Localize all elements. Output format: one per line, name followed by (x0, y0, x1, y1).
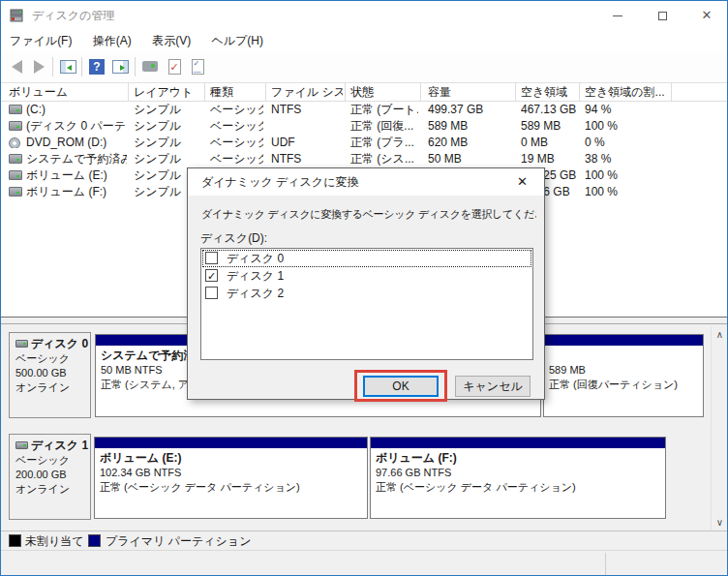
status-bar (1, 550, 727, 575)
convert-to-dynamic-disk-dialog: ダイナミック ディスクに変換 ✕ ダイナミック ディスクに変換するベーシック デ… (187, 167, 545, 400)
disk1-partition-e[interactable]: ボリューム (E:) 102.34 GB NTFS 正常 (ベーシック データ … (94, 437, 368, 519)
dialog-title-bar: ダイナミック ディスクに変換 ✕ (188, 168, 544, 196)
back-button[interactable] (6, 57, 27, 77)
properties-icon (142, 61, 158, 72)
menu-file[interactable]: ファイル(F) (1, 30, 80, 51)
minimize-button[interactable] (595, 1, 640, 30)
volume-row-disk0-partition[interactable]: (ディスク 0 パーティシ...シンプルベーシック正常 (回復...589 MB… (1, 118, 727, 135)
back-icon (12, 60, 22, 74)
drive-icon (9, 170, 22, 181)
column-header-layout[interactable]: レイアウト (134, 83, 201, 102)
volume-row-c[interactable]: (C:)シンプルベーシックNTFS正常 (ブート...499.37 GB467.… (1, 102, 727, 118)
listbox-item-label: ディスク 0 (227, 250, 284, 267)
close-icon: ✕ (517, 174, 528, 189)
disk0-status: オンライン (15, 380, 90, 395)
toolbar-separator (135, 57, 136, 76)
listbox-item-label: ディスク 2 (227, 285, 284, 302)
unallocated-color-swatch (9, 534, 21, 547)
column-header-volume[interactable]: ボリューム (9, 83, 125, 102)
checklist-button[interactable]: ✓— (187, 57, 208, 77)
disk-list-label: ディスク(D): (200, 230, 267, 247)
chevron-down-icon: ∨ (716, 517, 723, 528)
disk1-type: ベーシック (15, 453, 90, 468)
toolbar: ? ✓ ✓— (1, 51, 727, 83)
legend-unallocated-label: 未割り当て (25, 531, 84, 551)
status-bar-divider (605, 553, 606, 575)
scroll-up-button[interactable]: ∧ (712, 326, 728, 343)
help-icon: ? (89, 59, 105, 75)
console-tree-button[interactable] (57, 57, 78, 77)
help-button[interactable]: ? (86, 57, 107, 77)
dialog-close-button[interactable]: ✕ (500, 168, 544, 196)
check-document-icon: ✓ (168, 59, 181, 75)
listbox-item-label: ディスク 1 (227, 267, 284, 285)
maximize-button[interactable] (640, 1, 684, 30)
disk-management-window: ディスクの管理 ✕ ファイル(F) 操作(A) 表示(V) ヘルプ(H) ? ✓… (0, 0, 728, 576)
primary-partition-bar (95, 438, 367, 449)
action-pane-icon (112, 60, 129, 74)
listbox-item-disk0[interactable]: ディスク 0 (202, 250, 531, 267)
volume-row-system-reserved[interactable]: システムで予約済みシンプルベーシックNTFS正常 (シス...50 MB19 M… (1, 151, 727, 167)
column-header-free-pct[interactable]: 空き領域の割... (585, 83, 668, 102)
disk0-label-panel[interactable]: ディスク 0 ベーシック 500.00 GB オンライン (9, 332, 91, 418)
primary-partition-bar (544, 335, 703, 347)
console-tree-icon (60, 60, 76, 74)
checkbox-disk2-unchecked[interactable] (205, 287, 218, 299)
column-header-type[interactable]: 種類 (210, 83, 262, 102)
disk1-partition-f[interactable]: ボリューム (F:) 97.66 GB NTFS 正常 (ベーシック データ パ… (370, 437, 666, 519)
disk1-label-panel[interactable]: ディスク 1 ベーシック 200.00 GB オンライン (9, 434, 91, 520)
dialog-instruction: ダイナミック ディスクに変換するベーシック ディスクを選択してください。 (201, 207, 536, 222)
disk0-size: 500.00 GB (15, 366, 90, 380)
maximize-icon (658, 12, 667, 20)
disk-listbox: ディスク 0 ✓ ディスク 1 ディスク 2 (200, 248, 533, 360)
disk-icon (15, 340, 28, 348)
dvd-icon (9, 137, 22, 148)
forward-button[interactable] (28, 57, 49, 77)
disk-icon (15, 441, 28, 449)
scroll-down-button[interactable]: ∨ (712, 514, 728, 531)
close-button[interactable]: ✕ (684, 1, 728, 30)
column-header-filesystem[interactable]: ファイル システム (271, 83, 343, 102)
column-header-status[interactable]: 状態 (350, 83, 417, 102)
volume-row-dvd[interactable]: DVD_ROM (D:)シンプルベーシックUDF正常 (プラ...620 MB0… (1, 135, 727, 151)
primary-partition-bar (371, 438, 665, 449)
menu-action[interactable]: 操作(A) (84, 30, 140, 51)
title-bar: ディスクの管理 ✕ (1, 1, 727, 30)
listbox-item-disk1[interactable]: ✓ ディスク 1 (202, 267, 531, 285)
toolbar-separator (81, 57, 82, 76)
listbox-item-disk2[interactable]: ディスク 2 (202, 285, 531, 302)
legend-bar: 未割り当て プライマリ パーティション (1, 531, 727, 550)
disk1-status: オンライン (15, 482, 90, 497)
vertical-scrollbar[interactable]: ∧ ∨ (711, 326, 727, 531)
column-header-capacity[interactable]: 容量 (428, 83, 512, 102)
disk1-name: ディスク 1 (31, 439, 88, 452)
chevron-up-icon: ∧ (716, 329, 723, 340)
check-icon: ✓ (207, 270, 216, 282)
drive-icon (9, 187, 22, 197)
column-header-free[interactable]: 空き領域 (521, 83, 577, 102)
check-document-button[interactable]: ✓ (164, 57, 185, 77)
action-pane-button[interactable] (109, 57, 131, 77)
dialog-title: ダイナミック ディスクに変換 (201, 168, 358, 196)
close-icon: ✕ (702, 8, 713, 22)
volume-table-header: ボリューム レイアウト 種類 ファイル システム 状態 容量 空き領域 空き領域… (1, 83, 727, 102)
drive-icon (9, 154, 22, 165)
toolbar-separator (52, 57, 53, 76)
ok-button-highlight-annotation (354, 370, 447, 402)
app-icon (10, 8, 25, 23)
checkbox-disk0-unchecked[interactable] (205, 252, 218, 264)
minimize-icon (613, 15, 622, 16)
disk0-type: ベーシック (15, 351, 90, 366)
cancel-button[interactable]: キャンセル (455, 376, 531, 397)
checklist-icon: ✓— (192, 59, 204, 75)
disk0-partition-recovery[interactable]: 589 MB 正常 (回復パーティション) (543, 334, 704, 417)
forward-icon (34, 60, 45, 74)
menu-view[interactable]: 表示(V) (143, 30, 199, 51)
primary-partition-color-swatch (88, 534, 101, 547)
checkbox-disk1-checked[interactable]: ✓ (205, 269, 218, 282)
up-level-button[interactable] (139, 57, 161, 77)
legend-primary-label: プライマリ パーティション (106, 531, 251, 551)
menu-bar: ファイル(F) 操作(A) 表示(V) ヘルプ(H) (1, 30, 727, 51)
menu-help[interactable]: ヘルプ(H) (202, 30, 272, 51)
drive-icon (9, 105, 22, 115)
